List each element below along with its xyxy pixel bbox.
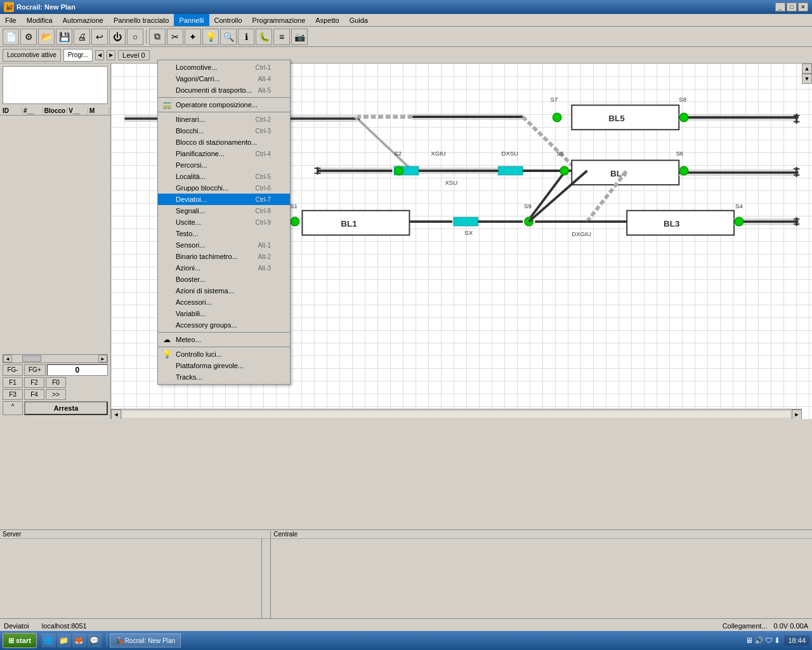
percorsi-label: Percorsi... [176,161,207,169]
scroll-left-arrow[interactable]: ◄ [3,355,12,362]
toolbar-open-btn[interactable]: 📂 [38,29,55,45]
more-btn[interactable]: >> [46,389,66,400]
minimize-button[interactable]: _ [775,3,785,11]
server-label: Server [0,530,270,539]
close-button[interactable]: ✕ [798,3,808,11]
menu-blocchi-item[interactable]: Blocchi... Ctrl-3 [158,125,290,136]
rocrail-taskbar-item[interactable]: 🚂 Rocrail: New Plan [110,633,181,647]
menu-meteo-item[interactable]: ☁ Meteo... [158,334,290,345]
tab-nav-right[interactable]: ► [107,50,115,60]
menu-testo-item[interactable]: Testo... [158,228,290,239]
menu-automazione[interactable]: Automazione [58,14,108,26]
f4-btn[interactable]: F4 [24,389,44,400]
menu-aspetto[interactable]: Aspetto [310,14,344,26]
f2-btn[interactable]: F2 [24,377,44,388]
gruppo-blocchi-shortcut: Ctrl-6 [256,185,271,192]
toolbar-star-btn[interactable]: ✦ [185,29,201,45]
menu-deviatoi-item[interactable]: Deviatoi... Ctrl-7 [158,194,290,205]
canvas-hscrollbar[interactable]: ◄ ► [111,409,802,419]
menu-uscite-item[interactable]: Uscite... Ctrl-9 [158,216,290,228]
menu-accessori-item[interactable]: Accessori... [158,296,290,308]
menu-itinerari-item[interactable]: Itinerari... Ctrl-2 [158,114,290,125]
menu-azioni-item[interactable]: Azioni... Alt-3 [158,262,290,274]
stop-btn[interactable]: Arresta [24,401,108,415]
menu-operatore-item[interactable]: 🚃 Operatore composizione... [158,99,290,110]
menu-piattaforma-item[interactable]: Piattaforma girevole... [158,360,290,371]
maximize-button[interactable]: □ [787,3,797,11]
menu-blocco-staz-item[interactable]: Blocco di stazionamento... [158,136,290,148]
status-host: localhost:8051 [42,622,87,630]
toolbar-copy-btn[interactable]: ⧉ [149,29,166,45]
toolbar-power-btn[interactable]: ⏻ [109,29,126,45]
menu-documenti-item[interactable]: Documenti di trasporto... Alt-5 [158,84,290,96]
fg-plus-btn[interactable]: FG+ [24,364,46,376]
menu-guida[interactable]: Guida [344,14,373,26]
uscite-label: Uscite... [176,218,201,226]
tab-nav-left[interactable]: ◄ [95,50,104,60]
scroll-down-btn[interactable]: ▼ [802,74,812,84]
menu-accessory-groups-item[interactable]: Accessory groups... [158,319,290,331]
toolbar-save-btn[interactable]: 💾 [56,29,72,45]
hscroll-track[interactable] [122,411,790,418]
scroll-up-btn[interactable]: ▲ [802,63,812,74]
menu-localita-item[interactable]: Località... Ctrl-5 [158,171,290,182]
menu-pannelli[interactable]: Pannelli [174,14,209,26]
scroll-right-canvas[interactable]: ► [792,409,802,420]
menu-sensori-item[interactable]: Sensori... Alt-1 [158,239,290,251]
toolbar-search-btn[interactable]: 🔍 [220,29,237,45]
menu-pannello-tracciato[interactable]: Pannello tracciato [108,14,174,26]
menu-programmazione[interactable]: Programmazione [247,14,311,26]
folder-icon[interactable]: 📁 [57,633,71,647]
menu-vagoni-item[interactable]: Vagoni/Carri... Alt-4 [158,73,290,84]
menu-azioni-sistema-item[interactable]: Azioni di sistema... [158,285,290,296]
vagoni-label: Vagoni/Carri... [176,75,220,83]
toolbar-settings-btn[interactable]: ⚙ [20,29,37,45]
menu-binario-tach-item[interactable]: Binario tachimetro... Alt-2 [158,251,290,262]
toolbar-undo-btn[interactable]: ↩ [91,29,108,45]
toolbar-info-btn[interactable]: ℹ [238,29,254,45]
menu-tracks-item[interactable]: Tracks... [158,371,290,383]
scroll-right-arrow[interactable]: ► [98,355,107,362]
train-icon: 🚃 [162,100,172,110]
chat-icon[interactable]: 💬 [88,633,102,647]
server-scroll[interactable] [261,539,270,618]
lightbulb-icon: 💡 [162,349,172,359]
f3-btn[interactable]: F3 [3,389,23,400]
program-tab[interactable]: Progr... [63,49,93,62]
menu-booster-item[interactable]: Booster... [158,274,290,285]
canvas-vscrollbar[interactable]: ▲ ▼ [802,63,812,419]
toolbar-bug-btn[interactable]: 🐛 [256,29,272,45]
firefox-icon[interactable]: 🦊 [72,633,86,647]
ie-icon[interactable]: 🌐 [42,633,56,647]
menu-controllo[interactable]: Controllo [209,14,247,26]
toolbar-camera-btn[interactable]: 📷 [291,29,308,45]
toolbar-cut-btn[interactable]: ✂ [167,29,183,45]
scroll-thumb[interactable] [22,355,41,362]
svg-text:BL3: BL3 [664,219,680,229]
menu-locomotive-item[interactable]: Locomotive... Ctrl-1 [158,62,290,73]
menu-modifica[interactable]: Modifica [22,14,58,26]
locomotive-label: Locomotive... [176,63,217,71]
menu-variabili-item[interactable]: Variabili... [158,308,290,319]
start-button[interactable]: ⊞ start [3,633,37,648]
f1-btn[interactable]: F1 [3,377,23,388]
menu-pianificazione-item[interactable]: Pianificazione... Ctrl-4 [158,148,290,159]
scroll-left-canvas[interactable]: ◄ [111,409,121,420]
f0-btn[interactable]: F0 [46,377,66,388]
fg-minus-btn[interactable]: FG- [3,364,23,376]
toolbar-bulb-btn[interactable]: 💡 [202,29,219,45]
start-label: start [16,637,31,644]
toolbar-print-btn[interactable]: 🖨 [74,29,90,45]
svg-point-37 [395,166,403,175]
clock: 18:44 [784,635,809,646]
menu-percorsi-item[interactable]: Percorsi... [158,159,290,171]
caret-btn[interactable]: ^ [3,401,23,415]
menu-file[interactable]: File [0,14,22,26]
toolbar-list-btn[interactable]: ≡ [273,29,290,45]
menu-segnali-item[interactable]: Segnali... Ctrl-8 [158,205,290,216]
menu-gruppo-blocchi-item[interactable]: Gruppo blocchi... Ctrl-6 [158,182,290,194]
menu-controllo-luci-item[interactable]: 💡 Controllo luci... [158,348,290,360]
toolbar-extra-btn[interactable]: ○ [127,29,143,45]
horizontal-scrollbar[interactable]: ◄ ► [3,354,108,363]
toolbar-file-btn[interactable]: 📄 [3,29,19,45]
